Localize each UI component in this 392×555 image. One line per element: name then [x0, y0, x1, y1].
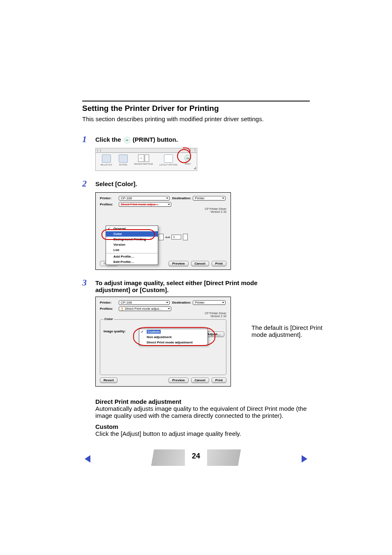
- profiles-label-3: Profiles:: [100, 307, 119, 311]
- highlight-oval-print: [177, 149, 191, 163]
- preview-button[interactable]: Preview: [168, 261, 188, 266]
- section-title: Setting the Printer Driver for Printing: [82, 104, 310, 113]
- menu-list[interactable]: List: [106, 247, 158, 253]
- relayout-label: RE-LAYOUT: [101, 164, 112, 166]
- layout-options-label: LAYOUT OPTIONS: [159, 164, 177, 166]
- prev-page-button[interactable]: [85, 455, 90, 463]
- images-per-page-value: 4: [138, 154, 144, 162]
- svg-point-6: [122, 307, 123, 309]
- driver-version: Version 2.10: [100, 210, 226, 213]
- printer-label-3: Printer:: [100, 301, 119, 304]
- color-fieldset-label: Color: [104, 317, 114, 321]
- step-number-3: 3: [82, 277, 95, 288]
- rotate-label: ROTATE: [119, 164, 127, 166]
- copies-stepper-left[interactable]: [159, 234, 164, 240]
- toolbar-screenshot: RE-LAYOUT ROTATE 4 IMAGES PER PAGE LAYOU…: [95, 148, 197, 171]
- copies-arrow-icon: <-->: [165, 235, 170, 239]
- cancel-button[interactable]: Cancel: [191, 261, 209, 266]
- destination-label: Destination:: [172, 196, 191, 200]
- relayout-icon: [102, 154, 111, 163]
- profiles-select[interactable]: Direct Print mode adjus…: [119, 202, 171, 207]
- print-icon: [124, 137, 130, 143]
- cancel-button-3[interactable]: Cancel: [191, 378, 209, 383]
- menu-edit-profile[interactable]: Edit Profile…: [106, 259, 158, 265]
- driver-version-3: Version 2.10: [100, 315, 226, 318]
- step1-text-after: (PRINT) button.: [133, 136, 178, 143]
- svg-rect-2: [126, 138, 128, 140]
- menu-separator: [106, 253, 158, 253]
- menu-add-profile[interactable]: Add Profile…: [106, 254, 158, 259]
- custom-body: Click the [Adjust] button to adjust imag…: [95, 430, 310, 437]
- toolbar-layout-options[interactable]: LAYOUT OPTIONS: [159, 154, 177, 166]
- revert-button-3[interactable]: Revert: [100, 378, 118, 383]
- svg-rect-1: [125, 139, 128, 141]
- step3-annotation: The default is [Direct Print mode adjust…: [251, 324, 325, 338]
- step-number-2: 2: [82, 178, 95, 189]
- color-fieldset: Color Image quality: Custom Non adjustme…: [100, 319, 226, 375]
- section-description: This section describes printing with mod…: [82, 115, 310, 122]
- print-button[interactable]: Print: [212, 261, 226, 266]
- toolbar-drop-icon: [190, 149, 195, 151]
- destination-label-3: Destination:: [172, 301, 191, 304]
- resize-grip-icon: ◢: [194, 166, 196, 170]
- step1-text-before: Click the: [95, 136, 123, 143]
- step3-instruction: To adjust image quality, select either […: [95, 277, 272, 293]
- driver-info: CP Printer Driver Version 2.10: [100, 207, 226, 213]
- profiles-select-3[interactable]: Direct Print mode adjus…: [119, 306, 171, 311]
- highlight-oval-image-quality: [133, 327, 215, 346]
- copies-value[interactable]: 1: [171, 235, 181, 240]
- print-dialog-step2: Printer: CP-100 Destination: Printer Pro…: [95, 192, 231, 270]
- destination-select-3[interactable]: Printer: [193, 300, 226, 305]
- custom-heading: Custom: [95, 423, 310, 430]
- destination-select[interactable]: Printer: [193, 196, 226, 200]
- step2-instruction: Select [Color].: [95, 178, 137, 187]
- highlight-oval-color: [101, 229, 155, 240]
- toolbar-relayout[interactable]: RE-LAYOUT: [101, 154, 112, 166]
- images-per-page-stepper[interactable]: 4: [138, 154, 149, 162]
- stepper-icon[interactable]: [145, 154, 149, 162]
- driver-name: CP Printer Driver: [100, 207, 226, 210]
- page-number: 24: [192, 452, 200, 461]
- copies-control: <--> 1: [159, 234, 188, 240]
- profiles-value-3: Direct Print mode adjus…: [125, 307, 162, 311]
- images-per-page-label: IMAGES PER PAGE: [134, 163, 153, 165]
- next-page-button[interactable]: [302, 455, 307, 463]
- printer-select-3[interactable]: CP-100: [119, 300, 170, 305]
- profiles-label: Profiles:: [100, 203, 119, 206]
- print-dialog-step3: Printer: CP-100 Destination: Printer Pro…: [95, 297, 231, 387]
- preview-button-3[interactable]: Preview: [168, 378, 188, 383]
- direct-print-body: Automatically adjusts image quality to t…: [95, 405, 310, 419]
- window-grip-icon: [97, 149, 101, 152]
- copies-stepper-right[interactable]: [183, 234, 188, 240]
- menu-version[interactable]: Version: [106, 242, 158, 247]
- profile-user-icon: [121, 307, 124, 311]
- step1-instruction: Click the (PRINT) button.: [95, 134, 178, 143]
- rotate-icon: [119, 154, 128, 163]
- printer-label: Printer:: [100, 196, 119, 200]
- print-button-3[interactable]: Print: [212, 378, 226, 383]
- direct-print-heading: Direct Print mode adjustment: [95, 398, 310, 405]
- arrow-left-icon: [85, 455, 90, 463]
- toolbar-images-per-page[interactable]: 4 IMAGES PER PAGE: [134, 154, 153, 166]
- profiles-value: Direct Print mode adjus…: [121, 203, 158, 206]
- arrow-right-icon: [302, 455, 307, 463]
- toolbar-rotate[interactable]: ROTATE: [119, 154, 128, 166]
- driver-name-3: CP Printer Driver: [100, 312, 226, 315]
- driver-info-3: CP Printer Driver Version 2.10: [100, 312, 226, 318]
- step-number-1: 1: [82, 134, 95, 145]
- layout-options-icon: [164, 154, 173, 163]
- printer-select[interactable]: CP-100: [119, 196, 170, 200]
- image-quality-label: Image quality:: [104, 329, 126, 333]
- print-label: PRINT: [185, 163, 191, 165]
